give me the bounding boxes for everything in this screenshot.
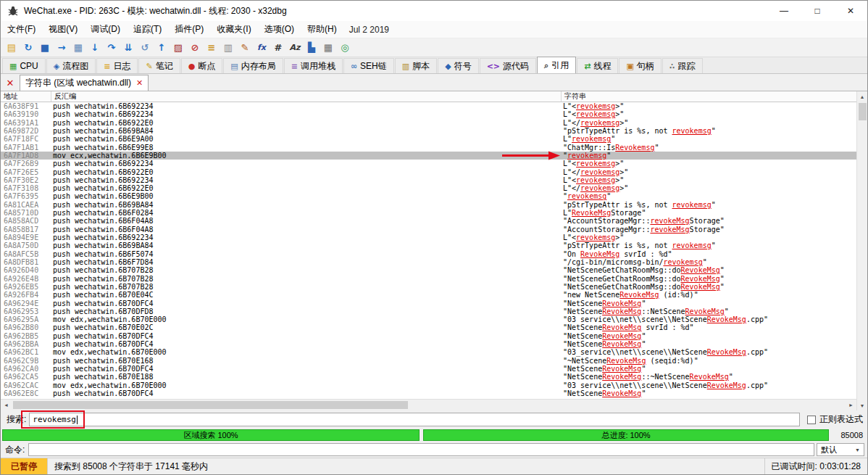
- scroll-left-icon[interactable]: ◄: [1, 402, 12, 408]
- stop-icon[interactable]: ■: [37, 41, 53, 55]
- close-all-references-icon[interactable]: ✕: [4, 76, 17, 89]
- table-row[interactable]: 6A7F6395push wechatwin.6B6E9B00"revokems…: [1, 192, 856, 200]
- table-row[interactable]: 6A894E9Epush wechatwin.6B692234L"<revoke…: [1, 234, 856, 241]
- step-over-icon[interactable]: ↷: [104, 41, 120, 55]
- table-row[interactable]: 6A962CA5push wechatwin.6B70E188"NetScene…: [1, 373, 856, 381]
- menu-item[interactable]: 选项(O): [258, 21, 301, 38]
- tab-memory-map[interactable]: ▤内存布局: [223, 58, 283, 73]
- tab-script[interactable]: ▥脚本: [395, 58, 437, 73]
- table-row[interactable]: 6A7F30E2push wechatwin.6B692234L"<revoke…: [1, 176, 856, 184]
- pause-icon[interactable]: ▦: [70, 41, 86, 55]
- minimize-button[interactable]: —: [767, 1, 801, 21]
- maximize-button[interactable]: □: [801, 1, 834, 21]
- table-row[interactable]: 6A8A750Dpush wechatwin.6B69BA84"pStrType…: [1, 241, 856, 249]
- table-row[interactable]: 6A81CAEApush wechatwin.6B69BA84"pStrType…: [1, 201, 856, 209]
- table-row[interactable]: 6A7F18FCpush wechatwin.6B6E9A00L"revokem…: [1, 135, 856, 143]
- tab-notes[interactable]: ✎笔记: [138, 58, 180, 73]
- table-row[interactable]: 6A8DFB81push wechatwin.6B6F7D84"/cgi-bin…: [1, 258, 856, 266]
- table-row[interactable]: 6A858ACDpush wechatwin.6B6F04A8"AccountS…: [1, 217, 856, 225]
- close-button[interactable]: ✕: [834, 1, 867, 21]
- table-row[interactable]: 6A962B80push wechatwin.6B70E02C"NetScene…: [1, 323, 856, 331]
- column-header-address[interactable]: 地址: [1, 91, 51, 102]
- graph-icon[interactable]: ▙: [304, 41, 320, 55]
- table-row[interactable]: 6A96294Epush wechatwin.6B70DFC4"NetScene…: [1, 300, 856, 307]
- table-row[interactable]: 6A7F1AD8mov ecx,wechatwin.6B6E9B00"revok…: [1, 152, 856, 160]
- menu-item[interactable]: 调试(D): [84, 21, 127, 38]
- tab-seh[interactable]: ∞SEH链: [343, 58, 394, 73]
- table-row[interactable]: 6A926E4Bpush wechatwin.6B707B28"NetScene…: [1, 275, 856, 283]
- menu-item[interactable]: 插件(P): [168, 21, 210, 38]
- table-row[interactable]: 6A962953push wechatwin.6B70DFD8"NetScene…: [1, 307, 856, 315]
- table-row[interactable]: 6A7F1AB1push wechatwin.6B6E99E8"ChatMgr:…: [1, 144, 856, 152]
- table-row[interactable]: 6A926EB5push wechatwin.6B707B28"NetScene…: [1, 283, 856, 291]
- table-row[interactable]: 6A638F91push wechatwin.6B692234L"<revoke…: [1, 102, 856, 110]
- table-row[interactable]: 6A962E8Cpush wechatwin.6B70DFC4"NetScene…: [1, 389, 856, 397]
- table-row[interactable]: 6A962C9Bpush wechatwin.6B70E168"~NetScen…: [1, 357, 856, 365]
- tab-symbols[interactable]: ◆符号: [438, 58, 478, 73]
- command-profile-dropdown[interactable]: 默认 ▼: [817, 443, 864, 456]
- scroll-up-icon[interactable]: ▲: [857, 91, 867, 102]
- restart-icon[interactable]: ↻: [20, 41, 36, 55]
- log-icon[interactable]: ≡: [204, 41, 220, 55]
- tab-trace[interactable]: ∴跟踪: [662, 58, 703, 73]
- menu-item[interactable]: 文件(F): [1, 21, 42, 38]
- tab-call-stack[interactable]: ≡调用堆栈: [284, 58, 343, 73]
- search-input[interactable]: revokemsg: [29, 413, 800, 426]
- command-input[interactable]: [28, 443, 814, 456]
- table-row[interactable]: 6A7F26E5push wechatwin.6B6922E0L"</revok…: [1, 168, 856, 176]
- table-row[interactable]: 6A7F26B9push wechatwin.6B692234L"<revoke…: [1, 160, 856, 168]
- column-header-disassembly[interactable]: 反汇编: [51, 91, 562, 102]
- table-row[interactable]: 6A8AFC5Bpush wechatwin.6B6F5074"On Revok…: [1, 250, 856, 258]
- tab-handles[interactable]: ▣句柄: [619, 58, 661, 73]
- table-row[interactable]: 6A962BC1mov edx,wechatwin.6B70E000"03_se…: [1, 348, 856, 356]
- step-into-icon[interactable]: ↓: [87, 41, 103, 55]
- tab-references[interactable]: ⌕引用: [537, 57, 576, 73]
- strings-reference-tab[interactable]: 字符串 (区域 wechatwin.dll) ✕: [20, 75, 149, 91]
- menu-item[interactable]: 收藏夹(I): [210, 21, 257, 38]
- horizontal-scroll-thumb[interactable]: [13, 401, 408, 409]
- table-row[interactable]: 6A7F3108push wechatwin.6B6922E0L"</revok…: [1, 184, 856, 192]
- tab-breakpoints[interactable]: ●断点: [181, 58, 223, 73]
- table-row[interactable]: 6A962CACmov edx,wechatwin.6B70E000"03_se…: [1, 381, 856, 389]
- table-row[interactable]: 6A69872Dpush wechatwin.6B69BA84"pStrType…: [1, 127, 856, 135]
- menu-item[interactable]: 视图(V): [42, 21, 84, 38]
- tab-log[interactable]: ≡日志: [96, 58, 138, 73]
- vertical-scrollbar[interactable]: ▲ ▼: [856, 91, 867, 410]
- table-row[interactable]: 6A926FB4push wechatwin.6B70E04C"new NetS…: [1, 291, 856, 299]
- table-row[interactable]: 6A639190push wechatwin.6B692234L"<revoke…: [1, 110, 856, 118]
- vertical-scroll-thumb[interactable]: [859, 103, 867, 120]
- table-row[interactable]: 6A85710Dpush wechatwin.6B6F0284L"RevokeM…: [1, 209, 856, 217]
- table-row[interactable]: 6A962CA0push wechatwin.6B70DFC4"NetScene…: [1, 365, 856, 373]
- run-icon[interactable]: →: [54, 41, 70, 55]
- table-row[interactable]: 6A6391A1push wechatwin.6B6922E0L"</revok…: [1, 119, 856, 127]
- seh-globe-icon[interactable]: ◎: [337, 41, 353, 55]
- vertical-scroll-track[interactable]: [857, 102, 867, 400]
- breakpoint-toggle-icon[interactable]: ⊘: [187, 41, 203, 55]
- table-row[interactable]: 6A96295Amov edx,wechatwin.6B70E000"03_se…: [1, 315, 856, 323]
- menu-item[interactable]: 追踪(T): [127, 21, 168, 38]
- case-sensitive-icon[interactable]: Az: [287, 41, 303, 55]
- regex-checkbox[interactable]: [807, 416, 816, 424]
- tab-cpu[interactable]: ▦CPU: [2, 58, 46, 73]
- horizontal-scrollbar[interactable]: ◄ ►: [1, 399, 856, 410]
- execute-return-icon[interactable]: ⇊: [120, 41, 136, 55]
- patches-icon[interactable]: ▨: [170, 41, 186, 55]
- tab-threads[interactable]: ⇄线程: [577, 58, 618, 73]
- open-file-icon[interactable]: ▤: [4, 41, 20, 55]
- scroll-right-icon[interactable]: ►: [846, 402, 856, 408]
- table-row[interactable]: 6A926D40push wechatwin.6B707B28"NetScene…: [1, 266, 856, 274]
- menu-item[interactable]: 帮助(H): [301, 21, 343, 38]
- favourite-functions-icon[interactable]: fx: [254, 41, 270, 55]
- step-back-icon[interactable]: ↺: [137, 41, 153, 55]
- hash-icon[interactable]: #: [270, 41, 286, 55]
- close-tab-icon[interactable]: ✕: [136, 78, 143, 88]
- table-row[interactable]: 6A858B17push wechatwin.6B6F04A8"AccountS…: [1, 226, 856, 234]
- horizontal-scroll-track[interactable]: [12, 400, 846, 410]
- scroll-down-icon[interactable]: ▼: [857, 400, 867, 410]
- table-row[interactable]: 6A962BBApush wechatwin.6B70DFC4"NetScene…: [1, 340, 856, 348]
- run-trace-icon[interactable]: ↑: [154, 41, 170, 55]
- memory-icon[interactable]: ▥: [220, 41, 236, 55]
- calculator-icon[interactable]: ▦: [320, 41, 336, 55]
- column-header-string[interactable]: 字符串: [562, 91, 856, 102]
- tab-graph[interactable]: ◈流程图: [46, 58, 96, 73]
